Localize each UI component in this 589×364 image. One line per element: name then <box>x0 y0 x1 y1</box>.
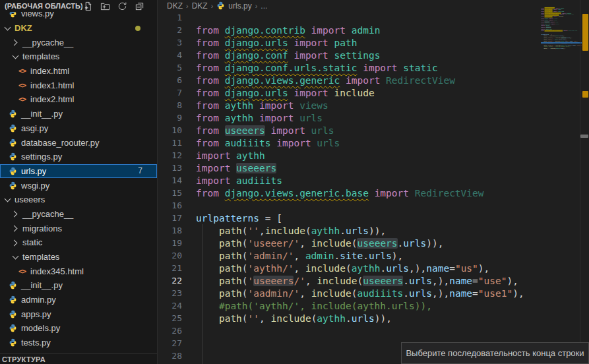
line-number[interactable]: 4 <box>158 50 182 60</box>
code-line-3[interactable]: 3from django.urls import path <box>158 36 589 49</box>
code-line-16[interactable]: 16 <box>158 199 589 212</box>
tree-item-useeers[interactable]: useeers <box>0 193 157 207</box>
line-number[interactable]: 22 <box>158 276 182 286</box>
tree-item-dkz[interactable]: DKZ <box>0 21 157 36</box>
line-number[interactable]: 21 <box>158 263 182 273</box>
code-line-7[interactable]: 7from django.urls import include <box>158 86 589 99</box>
line-number[interactable]: 11 <box>158 138 182 148</box>
breadcrumb-item[interactable]: ... <box>261 1 267 11</box>
overview-ruler-scrollbar[interactable] <box>580 0 589 364</box>
line-number[interactable]: 19 <box>158 238 182 248</box>
code-line-24[interactable]: 24 #path('aythh/', include(aythh.urls)), <box>158 299 589 312</box>
code-line-10[interactable]: 10from useeers import urls <box>158 124 589 136</box>
code-area[interactable]: 12from django.contrib import admin3from … <box>158 11 589 362</box>
tree-item-index1-html[interactable]: <>index1.html <box>0 78 157 92</box>
code-line-12[interactable]: 12import aythh <box>158 149 589 162</box>
line-number[interactable]: 12 <box>158 150 182 160</box>
line-number[interactable]: 16 <box>158 200 182 210</box>
refresh-icon[interactable] <box>117 1 128 12</box>
line-number[interactable]: 8 <box>158 100 182 110</box>
code-line-20[interactable]: 20 path('admin/', admin.site.urls), <box>158 249 589 262</box>
line-number[interactable]: 27 <box>158 338 182 348</box>
code-line-1[interactable]: 1 <box>158 11 589 24</box>
tree-item-migrations[interactable]: migrations <box>0 221 157 235</box>
code-line-17[interactable]: 17urlpatterns = [ <box>158 212 589 224</box>
tree-item-label: static <box>22 237 42 247</box>
tree-item-admin-py[interactable]: admin.py <box>0 293 157 307</box>
tree-item-asgi-py[interactable]: asgi.py <box>0 121 157 136</box>
line-number[interactable]: 25 <box>158 313 182 323</box>
collapse-all-icon[interactable] <box>134 1 145 12</box>
code-line-9[interactable]: 9from aythh import urls <box>158 111 589 124</box>
line-number[interactable]: 2 <box>158 25 182 35</box>
tree-item--init-py[interactable]: __init__.py <box>0 278 157 293</box>
code-line-5[interactable]: 5from django.conf.urls.static import sta… <box>158 61 589 74</box>
code-line-28 <box>541 53 546 55</box>
tree-item-apps-py[interactable]: apps.py <box>0 307 157 321</box>
line-number[interactable]: 10 <box>158 125 182 135</box>
tree-item-index2-html[interactable]: <>index2.html <box>0 92 157 107</box>
tree-item--init-py[interactable]: __init__.py <box>0 107 157 121</box>
outline-section-header[interactable]: СТРУКТУРА <box>0 353 157 364</box>
minimap[interactable]: from django.contrib import adminfrom dja… <box>541 5 582 117</box>
line-number[interactable]: 20 <box>158 251 182 260</box>
code-line-18[interactable]: 18 path('',include(aythh.urls)), <box>158 224 589 237</box>
tree-item-label: index345.html <box>30 266 84 276</box>
line-number[interactable]: 3 <box>158 38 182 47</box>
line-number[interactable]: 6 <box>158 75 182 85</box>
tree-item-label: urls.py <box>21 166 46 176</box>
code-line-22[interactable]: 22 path('useeers/', include(useeers.urls… <box>158 274 589 287</box>
tree-item-templates[interactable]: templates <box>0 250 157 264</box>
tree-item-index345-html[interactable]: <>index345.html <box>0 264 157 278</box>
line-number[interactable]: 5 <box>158 63 182 73</box>
code-line-13[interactable]: 13import useeers <box>158 162 589 174</box>
tooltip-text: Выберите последовательность конца строки <box>406 348 584 358</box>
line-number[interactable]: 26 <box>158 326 182 336</box>
code-line-23[interactable]: 23 path('aadmin/', include(audiiits.urls… <box>158 287 589 299</box>
tree-item-urls-py[interactable]: urls.py7 <box>0 164 157 179</box>
line-number[interactable]: 14 <box>158 175 182 185</box>
tree-item--pycache-[interactable]: __pycache__ <box>0 207 157 222</box>
outline-label: СТРУКТУРА <box>0 355 46 363</box>
code-line-4[interactable]: 4from django.conf import settings <box>158 49 589 61</box>
code-line-19[interactable]: 19 path('useeer/', include(useeers.urls)… <box>158 237 589 249</box>
explorer-section-header[interactable]: (РАБОЧАЯ ОБЛАСТЬ) ... <box>0 0 157 12</box>
tree-item-label: models.py <box>21 323 60 333</box>
code-line-2[interactable]: 2from django.contrib import admin <box>158 24 589 36</box>
tree-item-database-roouter-py[interactable]: database_roouter.py <box>0 135 157 150</box>
code-line-25[interactable]: 25 path('', include(aythh.urls)), <box>158 312 589 324</box>
code-text: import aythh <box>196 150 265 161</box>
tree-item--pycache-[interactable]: __pycache__ <box>0 35 157 49</box>
line-number[interactable]: 28 <box>158 351 182 361</box>
tree-item-templates[interactable]: templates <box>0 49 157 64</box>
line-number[interactable]: 9 <box>158 113 182 123</box>
code-line-6[interactable]: 6from django.views.generic import Redire… <box>158 74 589 86</box>
tree-item-index-html[interactable]: <>index.html <box>0 64 157 78</box>
line-number[interactable]: 17 <box>158 213 182 223</box>
new-folder-icon[interactable] <box>100 1 111 12</box>
breadcrumb-item[interactable]: DKZ <box>192 1 208 11</box>
code-line-8[interactable]: 8from aythh import views <box>158 99 589 111</box>
line-number[interactable]: 18 <box>158 226 182 235</box>
tree-item-settings-py[interactable]: settings.py <box>0 150 157 164</box>
code-line-11[interactable]: 11from audiiits import urls <box>158 136 589 149</box>
line-number[interactable]: 1 <box>158 13 182 22</box>
tree-item-wsgi-py[interactable]: wsgi.py <box>0 178 157 193</box>
tree-item-tests-py[interactable]: tests.py <box>0 336 157 350</box>
new-file-icon[interactable] <box>82 1 94 12</box>
line-number[interactable]: 7 <box>158 88 182 98</box>
line-number[interactable]: 24 <box>158 301 182 311</box>
breadcrumb-item[interactable]: DKZ <box>167 1 183 11</box>
code-line-26[interactable]: 26 <box>158 324 589 337</box>
line-number[interactable]: 23 <box>158 288 182 298</box>
tree-item-label: asgi.py <box>21 123 48 133</box>
tree-item-label: admin.py <box>21 295 56 305</box>
tree-item-models-py[interactable]: models.py <box>0 321 157 336</box>
line-number[interactable]: 13 <box>158 163 182 173</box>
tree-item-static[interactable]: static <box>0 235 157 250</box>
code-line-15[interactable]: 15from django.views.generic.base import … <box>158 187 589 199</box>
breadcrumb-item[interactable]: urls.py <box>228 1 251 11</box>
code-line-21[interactable]: 21 path('aythh/', include(aythh.urls,),n… <box>158 262 589 274</box>
line-number[interactable]: 15 <box>158 188 182 198</box>
code-line-14[interactable]: 14import audiiits <box>158 174 589 187</box>
